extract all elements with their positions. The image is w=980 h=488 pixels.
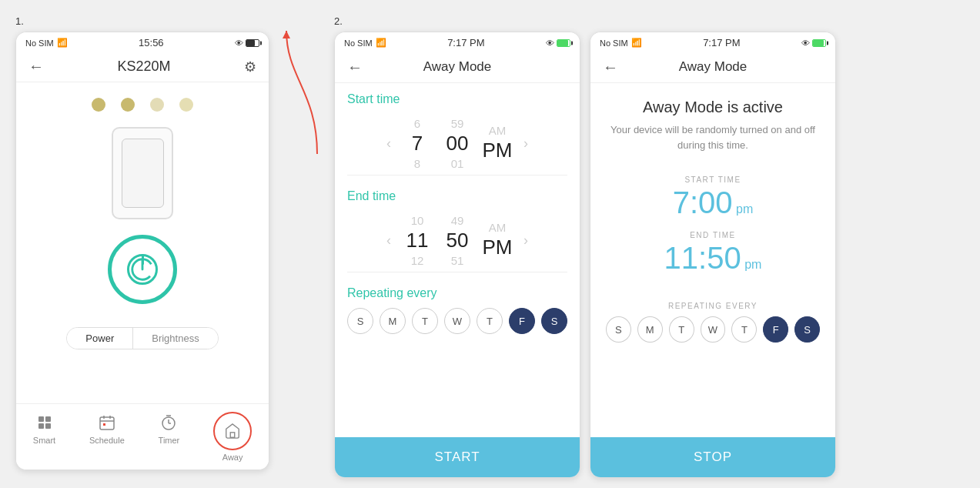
wifi-icon-3: 📶 <box>631 38 642 48</box>
phone-1: No SIM 📶 15:56 👁 ← KS220M ⚙ <box>15 32 269 470</box>
phone-3: No SIM 📶 7:17 PM 👁 ← Away Mode Away Mode… <box>590 32 836 478</box>
day-circle-s3-0: S <box>606 316 631 343</box>
eye-icon-1: 👁 <box>235 38 243 48</box>
left-chevron-end[interactable]: ‹ <box>383 232 394 249</box>
tab-power[interactable]: Power <box>67 328 133 349</box>
nav-timer[interactable]: Timer <box>158 412 179 462</box>
day-circle-s2-1[interactable]: M <box>380 308 406 334</box>
tab-brightness[interactable]: Brightness <box>133 328 217 349</box>
away-highlighted-ring <box>213 412 252 450</box>
svg-rect-15 <box>230 433 235 437</box>
active-mode-subtitle: Your device will be randomly turned on a… <box>606 122 820 152</box>
start-min-below: 01 <box>451 157 464 170</box>
arrow-connector <box>279 15 325 262</box>
day-circle-s2-2[interactable]: T <box>412 308 438 334</box>
display-end-value: 11:50 pm <box>606 241 820 276</box>
start-min-main: 00 <box>447 132 469 155</box>
no-sim-text-3: No SIM <box>600 38 628 48</box>
no-sim-text-1: No SIM <box>25 38 54 48</box>
display-end-label: END TIME <box>606 231 820 239</box>
svg-rect-4 <box>38 423 44 429</box>
power-icon <box>127 254 158 285</box>
start-hour-above: 6 <box>414 117 420 130</box>
day-circle-s2-4[interactable]: T <box>477 308 503 334</box>
power-svg <box>129 256 156 283</box>
status-bar-3: No SIM 📶 7:17 PM 👁 <box>590 32 835 52</box>
status-left-1: No SIM 📶 <box>25 38 68 48</box>
device-inner <box>122 139 164 208</box>
end-hour-main: 11 <box>406 229 429 252</box>
start-time-label: Start time <box>347 92 567 106</box>
day-circle-s3-4: T <box>731 316 757 343</box>
start-hour-main: 7 <box>412 132 423 155</box>
end-hour-below: 12 <box>411 254 424 267</box>
start-hour-col: 6 7 8 <box>400 117 434 170</box>
wifi-icon-1: 📶 <box>57 38 68 48</box>
status-bar-2: No SIM 📶 7:17 PM 👁 <box>335 32 580 52</box>
dot-2 <box>121 98 135 112</box>
away-icon <box>222 420 243 442</box>
timer-icon <box>158 412 179 433</box>
step2-label: 2. <box>334 15 580 27</box>
day-circles-2: SMTWTFS <box>347 308 567 334</box>
svg-rect-2 <box>38 416 44 422</box>
svg-rect-6 <box>100 417 114 430</box>
battery-icon-1 <box>246 39 259 47</box>
smart-icon <box>34 412 55 433</box>
stop-button[interactable]: STOP <box>590 437 835 477</box>
status-right-1: 👁 <box>235 38 259 48</box>
start-ampm-main: PM <box>483 139 513 162</box>
away-header-3: ← Away Mode <box>590 52 835 83</box>
away-title-2: Away Mode <box>423 59 492 75</box>
day-circles-3: SMTWTFS <box>606 316 820 343</box>
dot-3 <box>150 98 164 112</box>
day-circle-s2-3[interactable]: W <box>444 308 470 334</box>
repeating-label-2: Repeating every <box>347 286 567 300</box>
right-chevron-start[interactable]: › <box>520 135 531 152</box>
bottom-nav: Smart Schedule Timer Aw <box>16 403 269 470</box>
gear-icon-1[interactable]: ⚙ <box>244 58 256 75</box>
schedule-icon <box>96 412 118 433</box>
nav-smart[interactable]: Smart <box>33 412 55 462</box>
screen-title-1: KS220M <box>117 58 170 75</box>
start-time-section: Start time ‹ 6 7 8 59 00 01 AM PM <box>335 83 580 180</box>
right-chevron-end[interactable]: › <box>520 232 531 249</box>
end-hour-col: 10 11 12 <box>400 214 434 267</box>
dot-4 <box>179 98 193 112</box>
phone-2: No SIM 📶 7:17 PM 👁 ← Away Mode Start tim… <box>334 32 580 478</box>
wifi-icon-2: 📶 <box>376 38 386 48</box>
nav-schedule[interactable]: Schedule <box>89 412 125 462</box>
left-chevron-start[interactable]: ‹ <box>383 135 394 152</box>
start-ampm-col: AM PM <box>480 124 514 164</box>
power-button-ring[interactable] <box>108 235 177 304</box>
away-header-2: ← Away Mode <box>335 52 580 83</box>
end-time-big: 11:50 <box>664 241 741 275</box>
end-ampm-col: AM PM <box>480 221 514 261</box>
status-right-3: 👁 <box>801 38 826 48</box>
nav-away-label: Away <box>222 453 243 462</box>
step1-label: 1. <box>15 15 269 27</box>
day-circle-s2-6[interactable]: S <box>541 308 567 334</box>
end-hour-above: 10 <box>411 214 424 227</box>
dot-1 <box>92 98 105 112</box>
back-arrow-2[interactable]: ← <box>347 58 363 76</box>
nav-away[interactable]: Away <box>213 412 252 462</box>
day-circle-s2-0[interactable]: S <box>347 308 373 334</box>
back-arrow-3[interactable]: ← <box>603 58 618 76</box>
status-bar-1: No SIM 📶 15:56 👁 <box>16 32 269 52</box>
svg-rect-10 <box>103 423 105 426</box>
back-arrow-1[interactable]: ← <box>28 58 44 75</box>
device-illustration <box>112 127 173 219</box>
start-button[interactable]: START <box>335 437 580 477</box>
day-circle-s2-5[interactable]: F <box>509 308 535 334</box>
status-right-2: 👁 <box>546 38 570 48</box>
day-circle-s3-5: F <box>763 316 788 343</box>
battery-icon-3 <box>812 39 826 47</box>
end-time-label: End time <box>347 189 567 203</box>
svg-rect-3 <box>45 416 51 422</box>
end-min-above: 49 <box>451 214 464 227</box>
tabs-row: Power Brightness <box>66 327 218 349</box>
day-circle-s3-1: M <box>637 316 663 343</box>
eye-icon-3: 👁 <box>801 38 810 48</box>
active-mode-title: Away Mode is active <box>643 99 783 116</box>
